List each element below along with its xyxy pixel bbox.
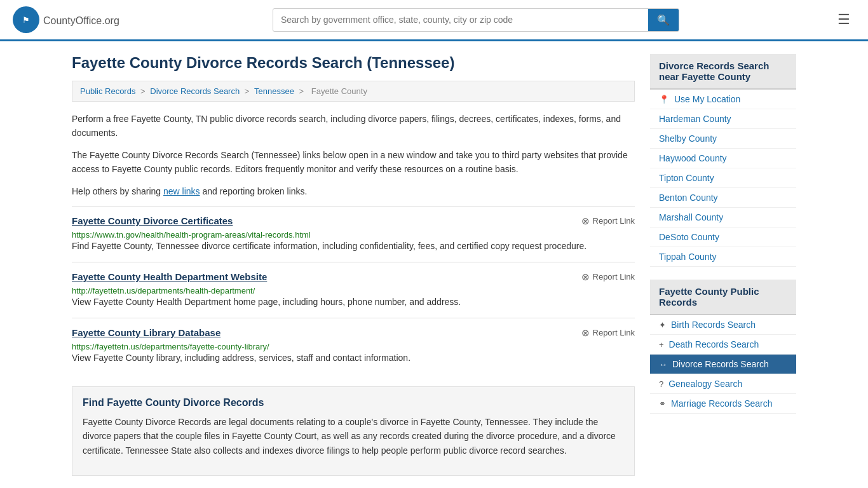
- find-section-title: Find Fayette County Divorce Records: [83, 397, 624, 409]
- breadcrumb-tennessee[interactable]: Tennessee: [254, 86, 294, 96]
- nearby-county-link[interactable]: Haywood County: [659, 153, 727, 163]
- record-entry: Fayette County Library Database ⊗ Report…: [72, 318, 635, 374]
- new-links-link[interactable]: new links: [163, 186, 200, 196]
- public-records-section: Fayette County Public Records ✦ Birth Re…: [650, 280, 796, 414]
- nearby-county-item[interactable]: Benton County: [650, 188, 796, 208]
- breadcrumb-public-records[interactable]: Public Records: [80, 86, 135, 96]
- public-records-header: Fayette County Public Records: [650, 280, 796, 315]
- record-entry: Fayette County Divorce Certificates ⊗ Re…: [72, 206, 635, 262]
- record-entry-header: Fayette County Health Department Website…: [72, 271, 635, 283]
- public-records-list: ✦ Birth Records Search + Death Records S…: [650, 315, 796, 414]
- nearby-county-link[interactable]: Tipton County: [659, 173, 714, 183]
- record-description: View Fayette County Health Department ho…: [72, 295, 635, 309]
- record-entry-header: Fayette County Divorce Certificates ⊗ Re…: [72, 215, 635, 227]
- hamburger-menu-button[interactable]: ☰: [832, 9, 855, 30]
- nearby-county-link[interactable]: Hardeman County: [659, 114, 731, 124]
- sidebar-record-icon: ↔: [659, 360, 667, 369]
- nearby-county-item[interactable]: Hardeman County: [650, 109, 796, 129]
- breadcrumb: Public Records > Divorce Records Search …: [72, 81, 635, 102]
- nearby-county-item[interactable]: Shelby County: [650, 129, 796, 149]
- nearby-county-link[interactable]: Shelby County: [659, 133, 717, 144]
- public-records-link[interactable]: Marriage Records Search: [671, 398, 773, 409]
- report-link-label: Report Link: [593, 272, 635, 281]
- search-button[interactable]: 🔍: [648, 9, 679, 31]
- nearby-section: Divorce Records Search near Fayette Coun…: [650, 54, 796, 267]
- public-records-item[interactable]: ↔ Divorce Records Search: [650, 355, 796, 374]
- nearby-county-item[interactable]: Haywood County: [650, 149, 796, 168]
- public-records-item[interactable]: ⚭ Marriage Records Search: [650, 394, 796, 414]
- logo-text: CountyOffice.org: [43, 13, 119, 27]
- content-area: Fayette County Divorce Records Search (T…: [72, 54, 635, 476]
- report-link-button[interactable]: ⊗ Report Link: [581, 271, 635, 283]
- main-layout: Fayette County Divorce Records Search (T…: [59, 54, 809, 476]
- records-container: Fayette County Divorce Certificates ⊗ Re…: [72, 206, 635, 374]
- use-location-item[interactable]: 📍 Use My Location: [650, 90, 796, 109]
- page-title: Fayette County Divorce Records Search (T…: [72, 54, 635, 72]
- search-input[interactable]: [273, 10, 648, 30]
- use-location-link[interactable]: Use My Location: [674, 94, 740, 104]
- breadcrumb-divorce-records-search[interactable]: Divorce Records Search: [150, 86, 240, 96]
- header: ⚑ CountyOffice.org 🔍 ☰: [0, 0, 868, 41]
- report-link-button[interactable]: ⊗ Report Link: [581, 215, 635, 227]
- sidebar-record-icon: ✦: [659, 320, 666, 330]
- public-records-link[interactable]: Genealogy Search: [668, 379, 742, 389]
- report-icon: ⊗: [581, 271, 590, 283]
- record-title-link[interactable]: Fayette County Divorce Certificates: [72, 215, 233, 226]
- record-url[interactable]: http://fayettetn.us/departments/health-d…: [72, 286, 255, 295]
- nearby-county-item[interactable]: DeSoto County: [650, 227, 796, 247]
- public-records-item[interactable]: ✦ Birth Records Search: [650, 315, 796, 335]
- find-section-text: Fayette County Divorce Records are legal…: [83, 415, 624, 458]
- report-icon: ⊗: [581, 215, 590, 227]
- record-url[interactable]: https://www.tn.gov/health/health-program…: [72, 230, 311, 240]
- report-link-button[interactable]: ⊗ Report Link: [581, 327, 635, 339]
- sidebar-record-icon: ⚭: [659, 399, 666, 409]
- search-bar: 🔍: [273, 8, 679, 32]
- nearby-county-link[interactable]: Marshall County: [659, 212, 723, 222]
- nearby-county-item[interactable]: Tippah County: [650, 247, 796, 267]
- report-link-label: Report Link: [593, 216, 635, 226]
- public-records-link[interactable]: Birth Records Search: [671, 320, 756, 330]
- logo-icon: ⚑: [13, 6, 39, 33]
- nearby-county-link[interactable]: Tippah County: [659, 252, 717, 262]
- nearby-county-item[interactable]: Tipton County: [650, 168, 796, 188]
- public-records-item[interactable]: ? Genealogy Search: [650, 374, 796, 394]
- public-records-link[interactable]: Divorce Records Search: [672, 359, 769, 369]
- record-entry-header: Fayette County Library Database ⊗ Report…: [72, 327, 635, 339]
- nearby-county-item[interactable]: Marshall County: [650, 208, 796, 227]
- sidebar-record-icon: +: [659, 340, 664, 349]
- record-description: View Fayette County library, including a…: [72, 351, 635, 365]
- sidebar: Divorce Records Search near Fayette Coun…: [650, 54, 796, 476]
- nearby-county-link[interactable]: Benton County: [659, 193, 718, 203]
- record-url[interactable]: https://fayettetn.us/departments/fayette…: [72, 342, 269, 351]
- description-3: Help others by sharing new links and rep…: [72, 184, 635, 198]
- sidebar-record-icon: ?: [659, 379, 663, 389]
- record-title-link[interactable]: Fayette County Library Database: [72, 327, 220, 338]
- report-icon: ⊗: [581, 327, 590, 339]
- public-records-link[interactable]: Death Records Search: [669, 339, 759, 349]
- report-link-label: Report Link: [593, 328, 635, 337]
- record-description: Find Fayette County, Tennessee divorce c…: [72, 240, 635, 253]
- record-entry: Fayette County Health Department Website…: [72, 262, 635, 318]
- nearby-county-link[interactable]: DeSoto County: [659, 232, 719, 242]
- description-1: Perform a free Fayette County, TN public…: [72, 112, 635, 140]
- breadcrumb-current: Fayette County: [311, 86, 367, 96]
- description-2: The Fayette County Divorce Records Searc…: [72, 148, 635, 177]
- pin-icon: 📍: [659, 95, 669, 104]
- logo-area[interactable]: ⚑ CountyOffice.org: [13, 6, 119, 33]
- public-records-item[interactable]: + Death Records Search: [650, 335, 796, 355]
- svg-text:⚑: ⚑: [22, 15, 30, 25]
- record-title-link[interactable]: Fayette County Health Department Website: [72, 271, 267, 282]
- nearby-list: 📍 Use My Location Hardeman CountyShelby …: [650, 90, 796, 267]
- nearby-header: Divorce Records Search near Fayette Coun…: [650, 54, 796, 90]
- find-section: Find Fayette County Divorce Records Faye…: [72, 386, 635, 476]
